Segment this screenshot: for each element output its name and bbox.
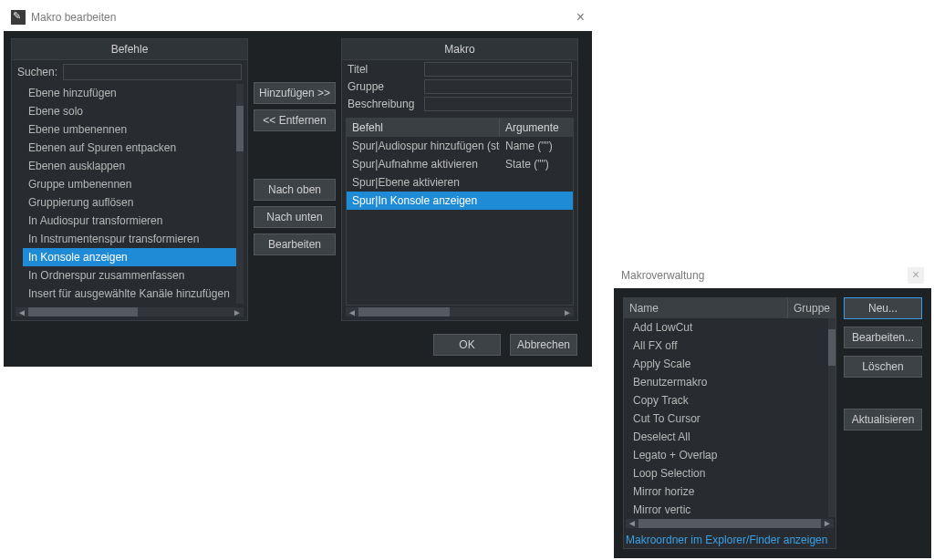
commands-vscrollbar[interactable] (236, 84, 244, 304)
macro-list-item[interactable]: Benutzermakro (628, 373, 835, 391)
col-arguments[interactable]: Argumente (500, 119, 573, 137)
macro-step-command: Spur|Ebene aktivieren (347, 173, 500, 192)
command-item[interactable]: In Instrumentenspur transformieren (23, 230, 244, 248)
transfer-buttons: Hinzufügen >> << Entfernen Nach oben Nac… (254, 38, 336, 325)
macro-hscrollbar[interactable] (346, 307, 574, 316)
close-icon[interactable]: × (576, 9, 585, 26)
macro-title-label: Titel (348, 63, 419, 76)
macro-list-item[interactable]: Mirror horize (628, 482, 835, 501)
command-item[interactable]: Gruppe umbenennen (23, 175, 244, 193)
refresh-button[interactable]: Aktualisieren (844, 409, 922, 430)
edit-button[interactable]: Bearbeiten... (844, 327, 922, 348)
macro-steps-body[interactable]: Spur|Audiospur hinzufügen (stereo)Name (… (347, 137, 573, 305)
macro-manager-dialog: Makroverwaltung × Name Gruppe Add LowCut… (614, 263, 931, 558)
macro-panel: Makro Titel Gruppe Beschreibung (341, 38, 578, 321)
macro-group-input[interactable] (424, 79, 572, 94)
macro-step-argument (500, 192, 573, 210)
commands-hscrollbar[interactable] (16, 307, 244, 316)
col-group[interactable]: Gruppe (788, 298, 835, 318)
open-folder-link[interactable]: Makroordner im Explorer/Finder anzeigen (624, 528, 835, 548)
macro-step-argument: State ("") (500, 155, 573, 173)
macro-step-command: Spur|Audiospur hinzufügen (stereo) (347, 137, 500, 155)
macro-list-item[interactable]: Loop Selection (628, 464, 835, 482)
dialog1-title: Makro bearbeiten (31, 11, 116, 24)
new-button[interactable]: Neu... (844, 297, 922, 319)
dialog2-title: Makroverwaltung (621, 269, 704, 282)
macro-list[interactable]: Add LowCutAll FX offApply ScaleBenutzerm… (624, 318, 835, 517)
macro-list-item[interactable]: Cut To Cursor (628, 410, 835, 428)
command-item[interactable]: Ebenen ausklappen (23, 157, 244, 175)
dialog1-titlebar[interactable]: Makro bearbeiten × (4, 4, 592, 31)
macro-list-panel: Name Gruppe Add LowCutAll FX offApply Sc… (623, 297, 836, 549)
macro-step-command: Spur|In Konsole anzeigen (347, 192, 500, 210)
macro-step-row[interactable]: Spur|In Konsole anzeigen (347, 192, 573, 210)
macro-step-argument: Name ("") (500, 137, 573, 155)
macro-list-item[interactable]: Legato + Overlap (628, 446, 835, 464)
app-icon (11, 10, 26, 25)
add-button[interactable]: Hinzufügen >> (254, 82, 336, 104)
macro-title-input[interactable] (424, 62, 572, 77)
command-item[interactable]: Ebenen auf Spuren entpacken (23, 139, 244, 157)
col-command[interactable]: Befehl (347, 119, 500, 137)
search-input[interactable] (63, 64, 242, 80)
macro-step-row[interactable]: Spur|Aufnahme aktivierenState ("") (347, 155, 573, 173)
dialog2-titlebar[interactable]: Makroverwaltung × (614, 263, 931, 288)
command-item[interactable]: In Ordnerspur zusammenfassen (23, 266, 244, 285)
command-item[interactable]: Ebene hinzufügen (23, 84, 244, 102)
macro-list-item[interactable]: Deselect All (628, 428, 835, 446)
macro-steps-table: Befehl Argumente Spur|Audiospur hinzufüg… (346, 118, 574, 306)
delete-button[interactable]: Löschen (844, 356, 922, 378)
macro-step-command: Spur|Aufnahme aktivieren (347, 155, 500, 173)
ok-button[interactable]: OK (433, 334, 501, 356)
command-item[interactable]: In Konsole anzeigen (23, 248, 244, 266)
edit-button[interactable]: Bearbeiten (254, 233, 336, 255)
macro-list-item[interactable]: All FX off (628, 337, 835, 355)
col-name[interactable]: Name (624, 298, 788, 318)
command-item[interactable]: Insert für ausgewählte Kanäle hinzufügen (23, 285, 244, 303)
close-icon[interactable]: × (908, 267, 924, 284)
macro-list-item[interactable]: Mirror vertic (628, 501, 835, 517)
macro-desc-input[interactable] (424, 97, 572, 111)
macro-step-row[interactable]: Spur|Audiospur hinzufügen (stereo)Name (… (347, 137, 573, 155)
commands-list[interactable]: Ebene hinzufügenEbene soloEbene umbenenn… (23, 84, 244, 304)
cancel-button[interactable]: Abbrechen (510, 334, 577, 356)
move-up-button[interactable]: Nach oben (254, 179, 336, 201)
edit-macro-dialog: Makro bearbeiten × Befehle Suchen: Ebene… (4, 4, 592, 367)
command-item[interactable]: Instrumenteneingang folgt Auswahl (23, 303, 244, 304)
command-item[interactable]: Ebene solo (23, 102, 244, 120)
move-down-button[interactable]: Nach unten (254, 206, 336, 228)
macro-header: Makro (342, 39, 577, 60)
commands-header: Befehle (12, 39, 247, 60)
dialog1-body: Befehle Suchen: Ebene hinzufügenEbene so… (4, 31, 592, 367)
dialog2-body: Name Gruppe Add LowCutAll FX offApply Sc… (614, 288, 931, 558)
macro-action-buttons: Neu... Bearbeiten... Löschen Aktualisier… (844, 297, 922, 549)
command-item[interactable]: In Audiospur transformieren (23, 212, 244, 230)
command-item[interactable]: Gruppierung auflösen (23, 193, 244, 212)
macro-list-hscrollbar[interactable] (626, 519, 834, 528)
macro-list-item[interactable]: Add LowCut (628, 318, 835, 337)
macro-desc-label: Beschreibung (348, 98, 419, 110)
macro-group-label: Gruppe (348, 80, 419, 93)
command-item[interactable]: Ebene umbenennen (23, 120, 244, 139)
dialog1-footer: OK Abbrechen (11, 325, 585, 359)
macro-list-item[interactable]: Apply Scale (628, 355, 835, 373)
macro-list-item[interactable]: Copy Track (628, 391, 835, 410)
remove-button[interactable]: << Entfernen (254, 109, 336, 131)
search-label: Suchen: (17, 66, 57, 78)
macro-step-argument (500, 173, 573, 192)
macro-step-row[interactable]: Spur|Ebene aktivieren (347, 173, 573, 192)
macro-list-vscrollbar[interactable] (828, 318, 835, 517)
commands-panel: Befehle Suchen: Ebene hinzufügenEbene so… (11, 38, 248, 321)
